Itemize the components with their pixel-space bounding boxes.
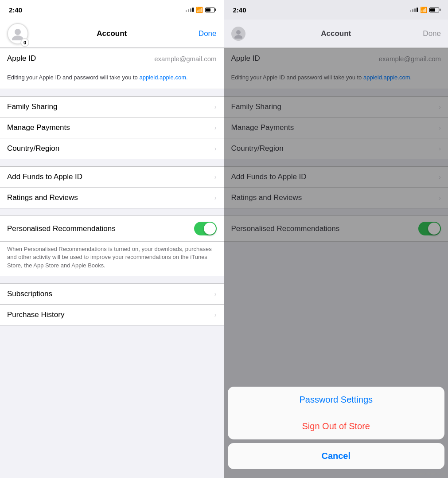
left-panel: 2:40 📶 0 [0, 0, 224, 478]
right-personalised-section: Personalised Recommendations [224, 215, 448, 242]
left-section-1: Family Sharing › Manage Payments › Count… [0, 96, 224, 159]
battery-icon [429, 8, 439, 12]
left-manage-payments-row[interactable]: Manage Payments › [0, 118, 224, 138]
wifi-icon: 📶 [420, 7, 427, 13]
right-add-funds-row[interactable]: Add Funds to Apple ID › [224, 167, 448, 188]
chevron-icon: › [439, 194, 441, 201]
left-purchase-history-label: Purchase History [7, 310, 64, 319]
svg-point-2 [236, 30, 241, 35]
battery-icon [205, 8, 215, 12]
left-country-region-label: Country/Region [7, 144, 59, 153]
left-nav-title: Account [97, 29, 127, 38]
left-personalised-label: Personalised Recommendations [7, 224, 116, 233]
left-purchase-history-row[interactable]: Purchase History › [0, 305, 224, 325]
left-nav-left: 0 [7, 23, 28, 44]
right-status-icons: 📶 [410, 7, 439, 13]
right-time: 2:40 [233, 6, 246, 14]
svg-point-3 [234, 35, 242, 39]
left-apple-id-label: Apple ID [7, 54, 36, 63]
right-ratings-row[interactable]: Ratings and Reviews › [224, 188, 448, 208]
right-manage-payments-label: Manage Payments [231, 123, 294, 132]
left-status-icons: 📶 [186, 7, 215, 13]
right-apple-id-label: Apple ID [231, 54, 260, 63]
right-nav-title: Account [321, 29, 351, 38]
right-personalised-label: Personalised Recommendations [231, 224, 340, 233]
cancel-button[interactable]: Cancel [228, 443, 445, 469]
svg-point-0 [15, 29, 21, 35]
chevron-icon: › [439, 173, 441, 180]
right-nav-bar: Account Done [224, 20, 448, 48]
chevron-icon: › [439, 124, 441, 131]
action-sheet-container: Password Settings Sign Out of Store Canc… [224, 387, 448, 478]
right-manage-payments-row[interactable]: Manage Payments › [224, 118, 448, 138]
right-add-funds-label: Add Funds to Apple ID [231, 172, 307, 181]
right-apple-id-description: Editing your Apple ID and password will … [224, 69, 448, 89]
right-apple-id-section: Apple ID example@gmail.com Editing your … [224, 48, 448, 89]
left-subscriptions-right: › [214, 290, 217, 298]
chevron-icon: › [214, 311, 217, 318]
left-country-region-row[interactable]: Country/Region › [0, 138, 224, 159]
right-avatar[interactable] [231, 27, 245, 41]
left-section-3: Subscriptions › Purchase History › [0, 283, 224, 325]
wifi-icon: 📶 [196, 7, 203, 13]
left-apple-id-section: Apple ID example@gmail.com Editing your … [0, 48, 224, 89]
right-ratings-label: Ratings and Reviews [231, 193, 302, 202]
right-section-2: Add Funds to Apple ID › Ratings and Revi… [224, 166, 448, 208]
chevron-icon: › [214, 124, 217, 131]
left-apple-id-description: Editing your Apple ID and password will … [0, 69, 224, 89]
right-family-sharing-label: Family Sharing [231, 102, 281, 111]
password-settings-button[interactable]: Password Settings [228, 387, 445, 413]
right-family-sharing-row[interactable]: Family Sharing › [224, 97, 448, 118]
left-time: 2:40 [9, 6, 22, 14]
chevron-icon: › [214, 173, 217, 180]
left-add-funds-right: › [214, 173, 217, 180]
signal-icon [186, 8, 194, 12]
left-country-region-right: › [214, 145, 217, 152]
watermark: www.deuaq.com [417, 472, 446, 476]
left-subscriptions-label: Subscriptions [7, 290, 52, 298]
right-apple-id-row[interactable]: Apple ID example@gmail.com [224, 48, 448, 69]
right-personalised-row[interactable]: Personalised Recommendations [224, 216, 448, 241]
left-apple-id-row[interactable]: Apple ID example@gmail.com [0, 48, 224, 69]
toggle-knob [204, 223, 216, 235]
chevron-icon: › [214, 103, 217, 110]
left-apple-id-value: example@gmail.com [154, 55, 216, 63]
chevron-icon: › [214, 194, 217, 201]
left-ratings-right: › [214, 194, 217, 201]
left-done-button[interactable]: Done [199, 29, 217, 38]
right-done-button[interactable]: Done [423, 29, 441, 38]
left-scroll-content: Apple ID example@gmail.com Editing your … [0, 48, 224, 478]
left-status-bar: 2:40 📶 [0, 0, 224, 20]
chevron-icon: › [214, 290, 217, 298]
left-purchase-history-right: › [214, 311, 217, 318]
left-personalised-toggle[interactable] [194, 222, 217, 235]
right-country-region-row[interactable]: Country/Region › [224, 138, 448, 159]
left-manage-payments-label: Manage Payments [7, 123, 70, 132]
action-sheet-main: Password Settings Sign Out of Store [228, 387, 445, 439]
left-add-funds-row[interactable]: Add Funds to Apple ID › [0, 167, 224, 188]
left-family-sharing-label: Family Sharing [7, 102, 57, 111]
left-family-sharing-right: › [214, 103, 217, 110]
right-country-region-label: Country/Region [231, 144, 284, 153]
right-apple-id-value: example@gmail.com [379, 55, 441, 63]
chevron-icon: › [439, 103, 441, 110]
signal-icon [410, 8, 418, 12]
notification-badge: 0 [20, 38, 29, 47]
sign-out-button[interactable]: Sign Out of Store [228, 413, 445, 439]
right-nav-left [231, 27, 245, 41]
left-add-funds-label: Add Funds to Apple ID [7, 172, 82, 181]
left-subscriptions-row[interactable]: Subscriptions › [0, 284, 224, 305]
left-nav-bar: 0 Account Done [0, 20, 224, 48]
right-personalised-toggle[interactable] [418, 222, 441, 235]
right-panel: 2:40 📶 Account Done [224, 0, 448, 478]
left-ratings-row[interactable]: Ratings and Reviews › [0, 188, 224, 208]
chevron-icon: › [439, 145, 441, 152]
avatar-wrapper[interactable]: 0 [7, 23, 28, 44]
left-manage-payments-right: › [214, 124, 217, 131]
left-personalised-row[interactable]: Personalised Recommendations [0, 216, 224, 242]
toggle-knob [428, 223, 440, 235]
left-section-2: Add Funds to Apple ID › Ratings and Revi… [0, 166, 224, 208]
left-ratings-label: Ratings and Reviews [7, 193, 78, 202]
chevron-icon: › [214, 145, 217, 152]
left-family-sharing-row[interactable]: Family Sharing › [0, 97, 224, 118]
